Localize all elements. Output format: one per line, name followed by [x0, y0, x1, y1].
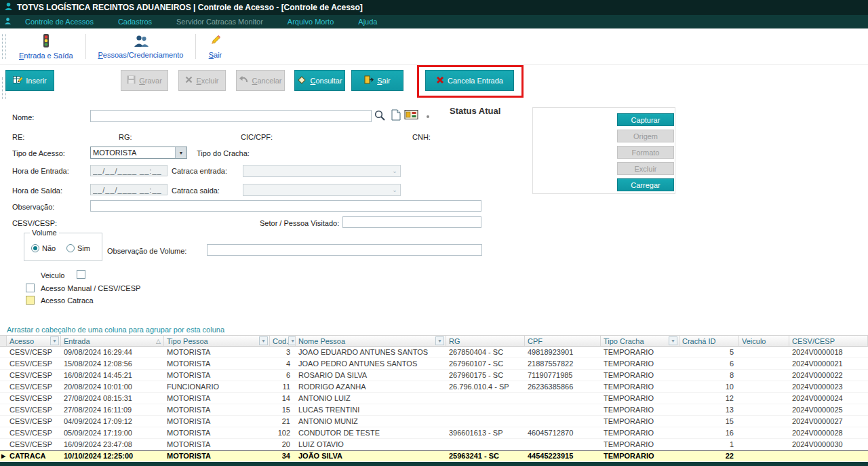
table-cell: 2024V0000028 [789, 427, 868, 438]
toolbar-sair-button[interactable]: Sair [197, 28, 233, 64]
table-row[interactable]: CESV/CESP20/08/2024 10:01:00FUNCIONARIO1… [0, 381, 868, 393]
delete-icon [185, 76, 193, 85]
table-cell: MOTORISTA [164, 439, 270, 450]
pencil-icon [208, 34, 222, 49]
table-row[interactable]: CESV/CESP04/09/2024 17:09:12MOTORISTA21A… [0, 416, 868, 427]
table-row[interactable]: CESV/CESP15/08/2024 12:08:56MOTORISTA4JO… [0, 358, 868, 370]
new-document-icon[interactable] [391, 109, 401, 122]
radio-nao[interactable] [31, 244, 39, 252]
column-header-nome-pessoa[interactable]: Nome Pessoa▼ [296, 336, 446, 346]
column-header-rg[interactable]: RG [446, 336, 525, 346]
volume-nao-option[interactable]: Não [31, 244, 56, 252]
excluir-button[interactable]: Excluir [178, 70, 226, 91]
origem-button[interactable]: Origem [617, 130, 674, 142]
tipo-acesso-select[interactable]: MOTORISTA ▼ [90, 147, 187, 159]
veiculo-checkbox[interactable] [77, 270, 85, 279]
search-icon[interactable] [374, 109, 386, 123]
hora-saida-input[interactable] [90, 184, 167, 195]
excluir-label: Excluir [196, 77, 218, 85]
table-cell: TEMPORARIO [601, 450, 679, 461]
group-by-hint[interactable]: Arrastar o cabeçalho de uma coluna para … [7, 326, 224, 334]
table-cell: CESV/CESP [7, 404, 61, 415]
setor-visitado-label: Setor / Pessoa Visitado: [260, 219, 339, 227]
table-row[interactable]: CESV/CESP27/08/2024 08:15:31MOTORISTA14A… [0, 393, 868, 404]
table-row[interactable]: CESV/CESP16/08/2024 14:45:21MOTORISTA6RO… [0, 370, 868, 381]
filter-dropdown-icon[interactable]: ▼ [435, 336, 444, 345]
toolbar-pessoas-credenciamento-button[interactable]: Pessoas/Credenciamento [87, 28, 195, 64]
catraca-saida-label: Catraca saida: [172, 187, 220, 195]
gravar-button[interactable]: Gravar [121, 70, 168, 91]
menu-controle-de-acessos[interactable]: Controle de Acessos [13, 15, 106, 28]
capturar-button[interactable]: Capturar [617, 113, 674, 126]
filter-dropdown-icon[interactable]: ▼ [259, 336, 268, 345]
column-header-label: CESV/CESP [792, 337, 835, 345]
acesso-catraca-checkbox[interactable] [26, 296, 35, 305]
menu-arquivo-morto[interactable]: Arquivo Morto [275, 15, 346, 28]
observacao-volume-input[interactable] [207, 244, 482, 256]
chevron-down-icon[interactable]: ▼ [175, 147, 186, 158]
table-cell: 12 [679, 393, 739, 404]
table-row[interactable]: CESV/CESP09/08/2024 16:29:44MOTORISTA3JO… [0, 347, 868, 358]
carregar-button[interactable]: Carregar [617, 178, 674, 191]
nome-input[interactable] [90, 110, 372, 122]
filter-dropdown-icon[interactable]: ▼ [669, 336, 677, 345]
filter-dropdown-icon[interactable]: ▼ [288, 336, 296, 345]
table-cell: 44545223915 [525, 450, 601, 461]
row-selector [0, 381, 7, 392]
table-cell [789, 450, 868, 461]
chevron-down-icon[interactable]: ⌄ [389, 185, 400, 195]
excluir-foto-button[interactable]: Excluir [617, 162, 674, 175]
table-cell: 2024V0000023 [789, 381, 868, 392]
column-header-label: CPF [528, 337, 542, 345]
column-header-cpf[interactable]: CPF [525, 336, 601, 346]
inserir-button[interactable]: Inserir [5, 70, 54, 91]
table-cell: 05/09/2024 17:19:00 [61, 427, 164, 438]
action-bar: Inserir Gravar Excluir Cancelar Consulta… [0, 65, 868, 102]
menu-servidor-catracas-monitor[interactable]: Servidor Catracas Monitor [164, 15, 275, 28]
acesso-manual-checkbox[interactable] [26, 284, 35, 292]
table-cell: 71190771985 [525, 370, 601, 381]
consultar-button[interactable]: Consultar [294, 70, 345, 91]
column-header-acesso[interactable]: Acesso▼ [7, 336, 61, 346]
insert-icon [13, 75, 22, 85]
table-cell: 25963241 - SC [446, 450, 525, 461]
toolbar-grip[interactable] [2, 34, 6, 59]
filter-dropdown-icon[interactable]: ▼ [50, 336, 59, 345]
table-cell: CESV/CESP [7, 358, 61, 369]
table-cell: TEMPORARIO [601, 404, 679, 415]
rg-label: RG: [119, 133, 132, 141]
badge-card-icon[interactable] [404, 109, 420, 122]
hora-entrada-input[interactable] [90, 165, 167, 176]
column-header-cod[interactable]: Cod.▼ [270, 336, 296, 346]
column-header-tipo-pessoa[interactable]: Tipo Pessoa▼ [164, 336, 270, 346]
sort-ascending-icon: △ [156, 338, 162, 345]
table-row[interactable]: CESV/CESP16/09/2024 23:47:08MOTORISTA20L… [0, 439, 868, 450]
menu-cadastros[interactable]: Cadastros [106, 15, 164, 28]
formato-button[interactable]: Formato [617, 146, 674, 159]
volume-sim-option[interactable]: Sim [66, 244, 90, 252]
cancelar-button[interactable]: Cancelar [236, 70, 285, 91]
table-cell: 11 [270, 381, 296, 392]
toolbar-entrada-saida-button[interactable]: Entrada e Saída [8, 28, 84, 64]
table-cell: TEMPORARIO [601, 381, 679, 392]
setor-visitado-input[interactable] [342, 216, 481, 228]
column-header-label: Acesso [9, 337, 34, 345]
catraca-entrada-select[interactable]: ⌄ [243, 165, 401, 177]
chevron-down-icon[interactable]: ⌄ [389, 166, 400, 176]
column-header-tipo-cracha[interactable]: Tipo Cracha▼ [601, 336, 679, 346]
radio-sim[interactable] [66, 244, 75, 252]
volume-nao-label: Não [42, 244, 56, 252]
column-header-veiculo[interactable]: Veiculo [739, 336, 789, 346]
column-header-cesv-cesp[interactable]: CESV/CESP [789, 336, 868, 346]
catraca-saida-select[interactable]: ⌄ [243, 184, 401, 196]
column-header-entrada[interactable]: Entrada△ [61, 336, 164, 346]
table-row[interactable]: CESV/CESP05/09/2024 17:19:00MOTORISTA102… [0, 427, 868, 439]
table-row[interactable]: CESV/CESP27/08/2024 16:11:09MOTORISTA15L… [0, 404, 868, 416]
sair-button[interactable]: Sair [351, 70, 403, 91]
row-selector [0, 370, 7, 381]
column-header-label: Entrada [64, 337, 90, 345]
observacao-input[interactable] [90, 200, 481, 212]
column-header-crach-id[interactable]: Crachá ID [679, 336, 739, 346]
table-row[interactable]: ▶CATRACA10/10/2024 12:25:00MOTORISTA34JO… [0, 450, 868, 462]
menu-ajuda[interactable]: Ajuda [346, 15, 389, 28]
